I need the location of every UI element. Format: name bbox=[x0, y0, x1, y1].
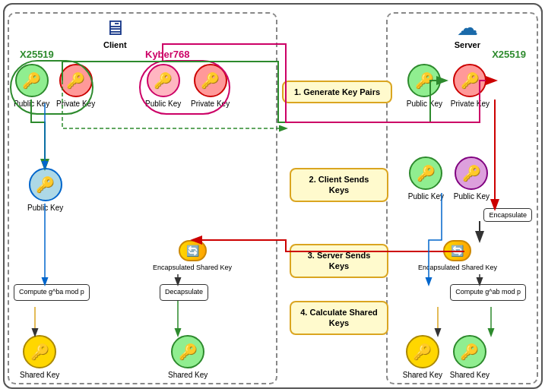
client-kyber-private-key-icon: 🔑 bbox=[194, 64, 227, 97]
client-kyber-private-key-label: Private Key bbox=[191, 100, 230, 108]
server-x25519-public-key-label: Public Key bbox=[407, 100, 442, 108]
client-encapsulated-label: Encapsulated Shared Key bbox=[153, 264, 232, 271]
client-x25519-private-key-icon: 🔑 bbox=[59, 64, 93, 97]
server-shared-key-1-label: Shared Key bbox=[403, 371, 442, 379]
server-kyber-pub-key-received: 🔑 Public Key bbox=[454, 156, 490, 201]
step2-box: 2. Client Sends Keys bbox=[290, 168, 388, 202]
client-header: 🖥 Client bbox=[103, 15, 127, 49]
client-x25519-public-key: 🔑 Public Key bbox=[14, 64, 49, 108]
server-pub-key-received: 🔑 Public Key bbox=[408, 156, 444, 201]
client-x25519-private-key: 🔑 Private Key bbox=[56, 64, 95, 108]
client-compute-box: Compute g^ba mod p bbox=[14, 284, 90, 301]
client-public-key-row2: 🔑 Public Key bbox=[27, 168, 63, 212]
client-encap-pill: 🔄 bbox=[179, 240, 207, 261]
client-monitor-icon: 🖥 bbox=[104, 15, 125, 40]
server-header: ☁ Server bbox=[455, 15, 480, 49]
decapsulate-label: Decapsulate bbox=[165, 288, 203, 296]
server-pub-key-received-label: Public Key bbox=[408, 192, 444, 201]
server-shared-key-1: 🔑 Shared Key bbox=[403, 335, 442, 379]
client-kyber-public-key-icon: 🔑 bbox=[147, 64, 180, 97]
client-public-key-row2-label: Public Key bbox=[27, 204, 63, 212]
server-kyber-pub-key-received-icon: 🔑 bbox=[455, 156, 488, 190]
client-shared-key-2-icon: 🔑 bbox=[171, 335, 204, 368]
server-encapsulated-key: 🔄 Encapsulated Shared Key bbox=[418, 240, 497, 271]
server-cloud-icon: ☁ bbox=[457, 15, 478, 40]
kyber-label: Kyber768 bbox=[145, 49, 190, 60]
client-label: Client bbox=[103, 40, 127, 49]
client-x25519-private-key-label: Private Key bbox=[56, 100, 95, 108]
step2-label: 2. Client Sends Keys bbox=[309, 175, 369, 194]
client-shared-key-1-icon: 🔑 bbox=[23, 335, 56, 368]
server-shared-key-1-icon: 🔑 bbox=[406, 335, 439, 368]
decapsulate-box: Decapsulate bbox=[160, 284, 208, 301]
server-compute-label: Compute g^ab mod p bbox=[455, 288, 521, 296]
server-x25519-private-key-icon: 🔑 bbox=[453, 64, 486, 97]
server-shared-key-2-label: Shared Key bbox=[450, 371, 490, 379]
step3-label: 3. Server Sends Keys bbox=[308, 251, 371, 270]
encapsulate-box: Encapsulate bbox=[483, 208, 532, 222]
encapsulate-label: Encapsulate bbox=[489, 211, 527, 219]
server-pub-key-received-icon: 🔑 bbox=[409, 156, 442, 190]
server-x25519-private-key: 🔑 Private Key bbox=[451, 64, 490, 108]
client-public-key-row2-icon: 🔑 bbox=[29, 168, 62, 201]
step1-label: 1. Generate Key Pairs bbox=[294, 87, 380, 96]
client-encapsulated-key: 🔄 Encapsulated Shared Key bbox=[153, 240, 232, 271]
client-shared-key-1: 🔑 Shared Key bbox=[20, 335, 59, 379]
client-x25519-public-key-icon: 🔑 bbox=[15, 64, 49, 97]
x25519-client-label: X25519 bbox=[20, 49, 54, 60]
client-kyber-public-key: 🔑 Public Key bbox=[145, 64, 181, 108]
client-shared-key-2-label: Shared Key bbox=[168, 371, 208, 379]
server-x25519-private-key-label: Private Key bbox=[451, 100, 490, 108]
client-shared-key-1-label: Shared Key bbox=[20, 371, 59, 379]
server-encapsulated-label: Encapsulated Shared Key bbox=[418, 264, 497, 271]
client-x25519-public-key-label: Public Key bbox=[14, 100, 49, 108]
main-container: 🖥 Client ☁ Server X25519 Kyber768 X25519… bbox=[3, 3, 543, 389]
server-label: Server bbox=[455, 40, 480, 49]
server-compute-box: Compute g^ab mod p bbox=[450, 284, 526, 301]
client-shared-key-2: 🔑 Shared Key bbox=[168, 335, 208, 379]
server-kyber-pub-key-received-label: Public Key bbox=[454, 192, 490, 201]
server-x25519-public-key: 🔑 Public Key bbox=[407, 64, 442, 108]
step4-box: 4. Calculate Shared Keys bbox=[290, 301, 388, 335]
server-shared-key-2-icon: 🔑 bbox=[453, 335, 486, 368]
server-x25519-public-key-icon: 🔑 bbox=[407, 64, 441, 97]
x25519-server-label: X25519 bbox=[492, 49, 526, 60]
client-compute-label: Compute g^ba mod p bbox=[19, 288, 84, 296]
server-shared-key-2: 🔑 Shared Key bbox=[450, 335, 490, 379]
client-kyber-private-key: 🔑 Private Key bbox=[191, 64, 230, 108]
client-kyber-public-key-label: Public Key bbox=[145, 100, 181, 108]
server-encap-pill: 🔄 bbox=[443, 240, 471, 261]
step4-label: 4. Calculate Shared Keys bbox=[300, 308, 378, 327]
step3-box: 3. Server Sends Keys bbox=[290, 244, 388, 278]
step1-box: 1. Generate Key Pairs bbox=[282, 81, 392, 103]
